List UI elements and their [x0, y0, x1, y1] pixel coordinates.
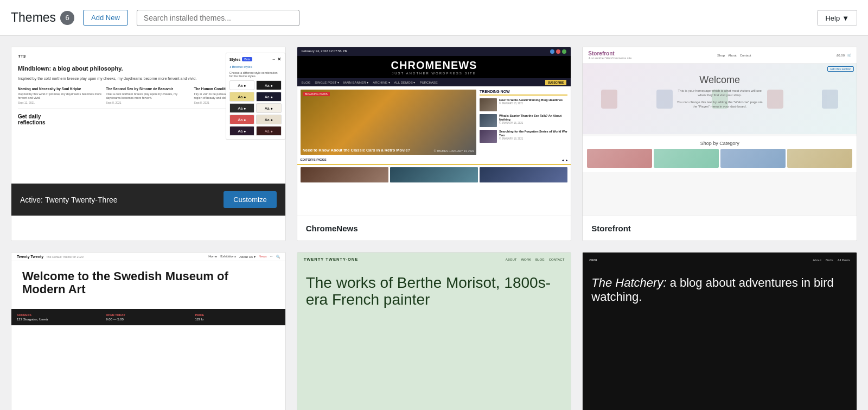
cn-main-content: BREAKING NEWS Need to Know About the Cla…	[297, 86, 571, 158]
sf-cart: £0.00 🛒	[837, 53, 851, 57]
theme-name-chromenews: ChromeNews	[306, 224, 358, 233]
theme-card-twenty-twenty-one[interactable]: TWENTY TWENTY-ONE ABOUT WORK BLOG CONTAC…	[297, 252, 572, 410]
help-label: Help	[825, 14, 840, 22]
theme-preview-chromenews: February 14, 2022 12:07:56 PM CHROMENEWS…	[297, 47, 571, 216]
tt1-main: The works of Berthe Morisot, 1800s-era F…	[297, 266, 571, 314]
cn-featured-image: BREAKING NEWS Need to Know About the Cla…	[301, 90, 476, 155]
theme-footer-chromenews: ChromeNews	[297, 216, 571, 241]
browse-styles: ◂ Browse styles	[229, 65, 282, 68]
search-input[interactable]	[137, 10, 299, 26]
cn-sidebar-item-2: What's Scarier Than the Sex Talk? An Abo…	[480, 114, 567, 127]
help-button[interactable]: Help ▼	[817, 10, 857, 26]
theme-count-badge: 6	[60, 11, 74, 25]
cn-sidebar-item-1: How To Write Award Winning Blog Headline…	[480, 98, 567, 111]
tt1-nav: ABOUT WORK BLOG CONTACT	[506, 258, 565, 261]
style-swatch-2: Aa ●	[256, 80, 282, 90]
theme-preview-storefront: Storefront Just another WooCommerce site…	[583, 47, 857, 216]
sf-hero: Welcome This is your homepage which is w…	[583, 64, 857, 134]
style-swatch-5: Aa ●	[229, 103, 255, 113]
tt2-header: ∞∞ About Birds All Posts	[583, 253, 857, 267]
theme-card-twenty-twenty[interactable]: Twenty Twenty The Default Theme for 2020…	[11, 252, 286, 410]
theme-preview-t23: TT3 About Books All Posts Mindblown: a b…	[11, 47, 285, 216]
subscribe-btn: SUBSCRIBE	[545, 80, 566, 85]
tt-main-content: Welcome to the Swedish Museum of Modern …	[11, 261, 285, 309]
theme-card-chromenews[interactable]: February 14, 2022 12:07:56 PM CHROMENEWS…	[297, 47, 572, 241]
theme-preview-tt1: TWENTY TWENTY-ONE ABOUT WORK BLOG CONTAC…	[297, 253, 571, 410]
tt2-nav: About Birds All Posts	[813, 258, 850, 262]
customize-button[interactable]: Customize	[224, 191, 276, 208]
theme-card-storefront[interactable]: Storefront Just another WooCommerce site…	[582, 47, 857, 241]
theme-preview-twenty-twenty: Twenty Twenty The Default Theme for 2020…	[11, 253, 285, 410]
page-title: Themes 6	[11, 10, 74, 25]
active-theme-overlay: Active: Twenty Twenty-Three Customize	[11, 184, 285, 216]
styles-panel: Styles Beta ··· ✕ ◂ Browse styles Choose…	[226, 53, 285, 140]
tt-header: Twenty Twenty The Default Theme for 2020…	[11, 253, 285, 261]
cn-editors-picks: EDITOR'S PICKS ◂▸	[297, 158, 571, 165]
sf-header: Storefront Just another WooCommerce site…	[583, 47, 857, 64]
title-text: Themes	[11, 10, 56, 25]
theme-name-storefront: Storefront	[591, 224, 631, 233]
chevron-down-icon: ▼	[842, 14, 849, 22]
tt1-header: TWENTY TWENTY-ONE ABOUT WORK BLOG CONTAC…	[297, 253, 571, 266]
styles-grid: Aa ● Aa ● Aa ● Aa ● Aa ● Aa ● Aa ● Aa ● …	[229, 80, 282, 136]
theme-footer-storefront: Storefront	[583, 216, 857, 241]
cn-top-bar: February 14, 2022 12:07:56 PM	[297, 47, 571, 56]
cn-sidebar-item-3: Searching for the Forgotten Series of Wo…	[480, 130, 567, 143]
style-swatch-4: Aa ●	[256, 92, 282, 102]
themes-grid: TT3 About Books All Posts Mindblown: a b…	[0, 36, 868, 410]
sf-shop-category: Shop by Category	[583, 136, 857, 172]
tt-bottom-bar: Address 123 Storgatan, Umeå Open Today 9…	[11, 309, 285, 325]
theme-card-twenty-twenty-two[interactable]: ∞∞ About Birds All Posts The Hatchery: a…	[582, 252, 857, 410]
theme-card-twenty-twenty-three[interactable]: TT3 About Books All Posts Mindblown: a b…	[11, 47, 286, 241]
active-label: Active: Twenty Twenty-Three	[20, 195, 117, 204]
top-bar: Themes 6 Add New Help ▼	[0, 0, 868, 36]
style-swatch-8: Aa ●	[256, 115, 282, 124]
style-swatch-7: Aa ●	[229, 115, 255, 124]
style-swatch-3: Aa ●	[229, 92, 255, 102]
cn-nav-bar: BLOG SINGLE POST ▾ MAIN BANNER ▾ ARCHIVE…	[297, 78, 571, 86]
add-new-button[interactable]: Add New	[83, 10, 128, 26]
tt2-main: The Hatchery: a blog about adventures in…	[583, 267, 857, 310]
cn-logo-bar: CHROMENEWS JUST ANOTHER WORDPRESS SITE	[297, 56, 571, 78]
style-swatch-10: Aa ●	[256, 126, 282, 136]
sf-edit-section: Edit this section	[827, 66, 854, 72]
sf-nav: Shop About Contact	[717, 54, 751, 57]
style-swatch-9: Aa ●	[229, 126, 255, 136]
tt-nav: Home Exhibitions About Us ▾ News ··· 🔍	[208, 255, 279, 258]
theme-preview-tt2: ∞∞ About Birds All Posts The Hatchery: a…	[583, 253, 857, 410]
style-swatch-6: Aa ●	[256, 103, 282, 113]
cn-picks-grid	[297, 165, 571, 185]
style-swatch-1: Aa ●	[229, 80, 255, 90]
